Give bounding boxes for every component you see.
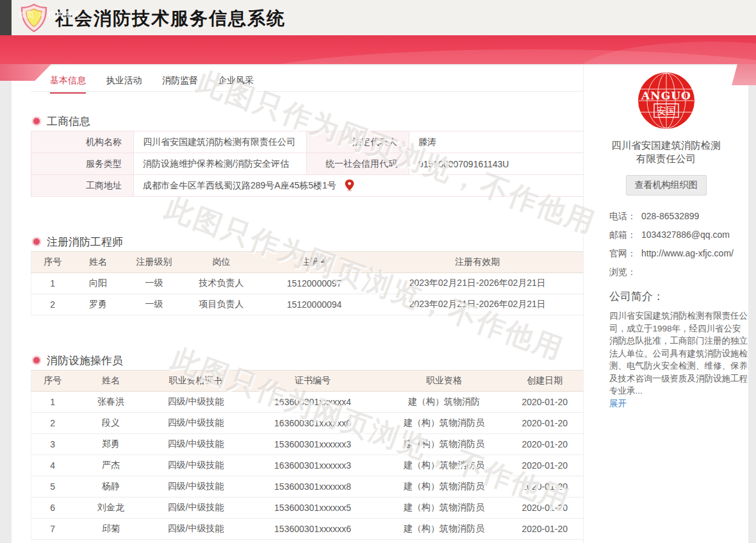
credit-code-label: 统一社会信用代码 xyxy=(307,153,409,175)
table-cell: 4 xyxy=(31,455,74,476)
table-cell: 郑勇 xyxy=(74,434,148,455)
table-row: 2 段义 四级/中级技能 163600301xxxxxx0 建（构）筑物消防员 … xyxy=(31,413,584,434)
table-header-row: 序号 姓名 注册级别 岗位 注册号 注册有效期 xyxy=(31,252,584,273)
column-header: 职业资格 xyxy=(382,371,507,392)
table-cell: 15120000097 xyxy=(257,273,372,294)
table-cell: 一级 xyxy=(122,273,186,294)
table-row: 3 郑勇 四级/中级技能 153600301xxxxxx3 建（构）筑物消防员 … xyxy=(31,434,584,455)
column-header: 序号 xyxy=(31,371,74,392)
table-cell: 建（构）筑物消防员 xyxy=(382,413,507,434)
table-cell: 四级/中级技能 xyxy=(148,455,244,476)
tab-divider xyxy=(31,91,583,92)
table-cell: 15120000094 xyxy=(257,294,372,315)
tab-practice-activity[interactable]: 执业活动 xyxy=(106,75,142,92)
engineers-table: 序号 姓名 注册级别 岗位 注册号 注册有效期 1 向阳 一级 技术负责人 15… xyxy=(31,251,584,315)
anguo-logo: ANGUO 安国 xyxy=(638,72,694,129)
column-header: 注册级别 xyxy=(122,252,186,273)
section-dot-icon xyxy=(33,238,40,245)
app-header: 社会消防技术服务信息系统 xyxy=(0,0,756,35)
table-cell: 2020-01-20 xyxy=(507,455,584,476)
company-sidebar: ANGUO 安国 四川省安国建筑消防检测有限责任公司 查看机构组织图 电话： 0… xyxy=(583,65,748,543)
breadcrumb-home-link[interactable]: 首页 xyxy=(18,10,35,19)
table-cell: 张春洪 xyxy=(74,392,148,413)
views-row: 浏览： xyxy=(609,263,745,281)
expand-link[interactable]: 展开 xyxy=(609,398,627,410)
table-row: 5 杨静 四级/中级技能 153600301xxxxxx8 建（构）筑物消防员 … xyxy=(31,476,584,497)
table-cell: 163600301xxxxxx0 xyxy=(244,413,382,434)
section-registered-engineers: 注册消防工程师 xyxy=(33,235,123,248)
phone-label: 电话： xyxy=(609,207,641,226)
table-cell: 建（构）筑物消防员 xyxy=(382,455,507,476)
table-row: 6 刘金龙 四级/中级技能 153600301xxxxxx5 建（构）筑物消防员… xyxy=(31,497,584,519)
section-title: 消防设施操作员 xyxy=(47,353,123,368)
table-row: 1 向阳 一级 技术负责人 15120000097 2023年02月21日-20… xyxy=(31,273,584,294)
table-cell: 杨静 xyxy=(74,476,148,497)
table-cell: 2020-01-20 xyxy=(507,434,584,455)
table-cell: 2 xyxy=(31,294,74,315)
main-column: 基本信息 执业活动 消防监督 企业风采 工商信息 机构名称 四川省安国建筑消防检… xyxy=(31,65,583,543)
app-title: 社会消防技术服务信息系统 xyxy=(55,6,286,31)
content-card: 基本信息 执业活动 消防监督 企业风采 工商信息 机构名称 四川省安国建筑消防检… xyxy=(12,65,748,543)
tab-fire-supervision[interactable]: 消防监督 xyxy=(162,75,198,92)
table-cell: 严杰 xyxy=(74,455,148,476)
phone-row: 电话： 028-86532899 xyxy=(609,207,745,226)
table-cell: 2020-01-20 xyxy=(507,519,584,540)
table-cell: 2020-01-20 xyxy=(507,476,584,497)
views-label: 浏览： xyxy=(609,263,641,281)
table-cell: 1 xyxy=(31,273,74,294)
map-pin-icon[interactable] xyxy=(345,180,354,192)
contact-info: 电话： 028-86532899 邮箱： 1034327886@qq.com 官… xyxy=(609,207,745,281)
table-cell: 一级 xyxy=(122,294,186,315)
column-header: 证书编号 xyxy=(244,371,382,392)
table-cell: 建（构）筑物消防员 xyxy=(382,497,507,519)
logo-text-en: ANGUO xyxy=(641,89,691,102)
email-value: 1034327886@qq.com xyxy=(641,226,745,244)
column-header: 序号 xyxy=(31,252,74,273)
table-cell: 3 xyxy=(31,434,74,455)
table-cell: 四级/中级技能 xyxy=(148,413,244,434)
table-cell: 技术负责人 xyxy=(186,273,257,294)
column-header: 姓名 xyxy=(74,252,122,273)
operators-table: 序号 姓名 职业资格证书 证书编号 职业资格 创建日期 1 张春洪 四级/中级技… xyxy=(31,370,584,540)
website-label: 官网： xyxy=(609,244,641,263)
table-cell: 153600301xxxxxx6 xyxy=(244,519,382,540)
breadcrumb-banner xyxy=(0,35,756,64)
table-cell: 建（构）筑物消防员 xyxy=(382,519,507,540)
address-value: 成都市金牛区羊西线蜀汉路289号A座45栋5楼1号 xyxy=(143,180,336,192)
table-cell: 6 xyxy=(31,497,74,519)
service-type-value: 消防设施维护保养检测/消防安全评估 xyxy=(134,153,307,175)
legal-rep-label: 法定代表人 xyxy=(307,131,409,153)
table-cell: 四级/中级技能 xyxy=(148,497,244,519)
address-label: 工商地址 xyxy=(31,175,134,197)
org-name-label: 机构名称 xyxy=(31,131,134,153)
phone-value: 028-86532899 xyxy=(641,207,745,226)
table-row: 4 严杰 四级/中级技能 163600301xxxxxx3 建（构）筑物消防员 … xyxy=(31,455,584,476)
website-link[interactable]: http://www.ag-xfjc.com/ xyxy=(641,244,745,263)
views-value xyxy=(641,263,745,281)
org-name-value: 四川省安国建筑消防检测有限责任公司 xyxy=(134,131,307,153)
table-row: 工商地址 成都市金牛区羊西线蜀汉路289号A座45栋5楼1号 xyxy=(31,175,584,197)
credit-code-value: 91510000709161143U xyxy=(409,153,584,175)
table-cell: 四级/中级技能 xyxy=(148,434,244,455)
table-cell: 153600301xxxxxx8 xyxy=(244,476,382,497)
table-cell: 2 xyxy=(31,413,74,434)
table-header-row: 序号 姓名 职业资格证书 证书编号 职业资格 创建日期 xyxy=(31,371,584,392)
column-header: 职业资格证书 xyxy=(148,371,244,392)
table-cell: 建（构）筑物消防员 xyxy=(382,434,507,455)
tab-company-showcase[interactable]: 企业风采 xyxy=(218,75,254,92)
table-cell: 段义 xyxy=(74,413,148,434)
column-header: 姓名 xyxy=(74,371,148,392)
column-header: 创建日期 xyxy=(507,371,584,392)
table-cell: 向阳 xyxy=(74,273,122,294)
table-cell: 四级/中级技能 xyxy=(148,519,244,540)
breadcrumb: 首页>机构概况 xyxy=(18,9,81,21)
left-dark-strip xyxy=(0,0,12,35)
table-cell: 刘金龙 xyxy=(74,497,148,519)
table-cell: 163600301xxxxxx4 xyxy=(244,392,382,413)
view-org-chart-button[interactable]: 查看机构组织图 xyxy=(626,175,707,196)
website-row: 官网： http://www.ag-xfjc.com/ xyxy=(609,244,745,263)
table-cell: 四级/中级技能 xyxy=(148,476,244,497)
table-row: 机构名称 四川省安国建筑消防检测有限责任公司 法定代表人 滕涛 xyxy=(31,131,584,153)
section-title: 工商信息 xyxy=(47,114,90,129)
column-header: 注册号 xyxy=(257,252,372,273)
